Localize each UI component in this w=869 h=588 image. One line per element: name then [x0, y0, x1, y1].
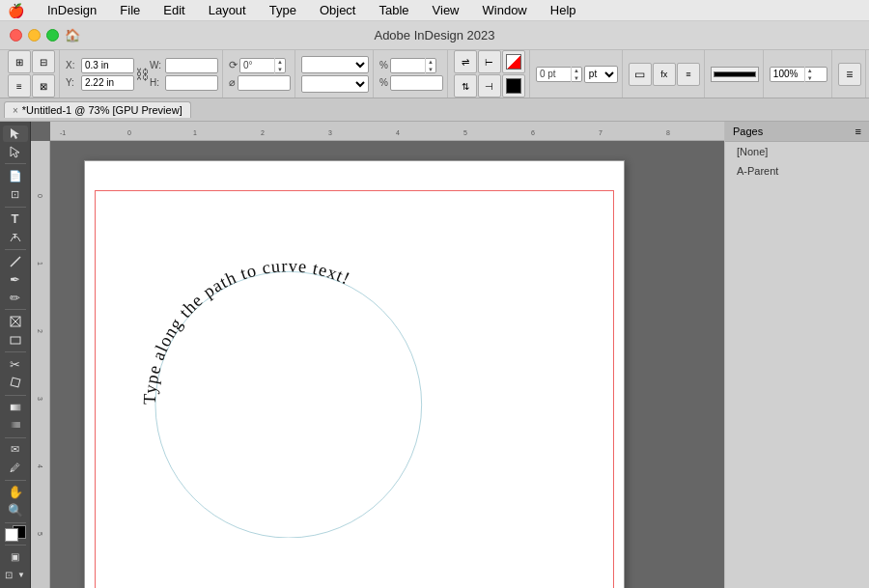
- transform-icon[interactable]: ⊞: [8, 50, 31, 73]
- color-swatch-input[interactable]: [711, 67, 759, 82]
- gradient-feather-tool[interactable]: [3, 417, 28, 434]
- style-dropdown[interactable]: [301, 56, 369, 73]
- close-button[interactable]: [10, 29, 22, 42]
- y-input[interactable]: [81, 75, 134, 91]
- rectangle-frame-tool[interactable]: [3, 314, 28, 330]
- eyedropper-tool[interactable]: 🖉: [3, 460, 28, 476]
- menu-layout[interactable]: Layout: [205, 2, 250, 18]
- flip-h-icon[interactable]: ⇌: [454, 50, 477, 73]
- align-icon[interactable]: ≡: [8, 74, 31, 98]
- misc-group: ▭ fx ≡: [625, 50, 705, 98]
- pencil-tool[interactable]: ✏: [3, 290, 28, 306]
- zoom-down[interactable]: ▼: [805, 74, 815, 82]
- stroke-up[interactable]: ▲: [572, 67, 581, 74]
- stroke-icon[interactable]: [502, 50, 525, 73]
- w-input[interactable]: [165, 58, 218, 73]
- pen-tool[interactable]: ✒: [3, 271, 28, 288]
- align-right-icon[interactable]: ⊣: [478, 74, 501, 98]
- align-left-icon[interactable]: ⊢: [478, 50, 501, 73]
- menu-edit[interactable]: Edit: [159, 2, 188, 18]
- frame-fitting-icon[interactable]: ▭: [629, 63, 652, 86]
- menu-object[interactable]: Object: [316, 2, 360, 18]
- flip-v-icon[interactable]: ⇅: [454, 74, 477, 98]
- tool-divider-5: [5, 351, 26, 352]
- pages-panel-menu-icon[interactable]: ≡: [855, 126, 861, 137]
- rotate-value: 0°: [240, 60, 274, 70]
- dist-icon[interactable]: ⊠: [32, 74, 55, 98]
- stroke-color-icon[interactable]: [502, 74, 525, 98]
- selection-tool[interactable]: [3, 126, 28, 142]
- tool-divider-1: [5, 163, 26, 164]
- menu-file[interactable]: File: [116, 2, 144, 18]
- style-dropdown2[interactable]: [301, 75, 369, 93]
- misc-icon[interactable]: ≡: [677, 63, 700, 86]
- scale-y-input[interactable]: [390, 75, 443, 91]
- rotate-up[interactable]: ▲: [275, 58, 285, 66]
- line-tool[interactable]: [3, 253, 28, 269]
- sx-down[interactable]: ▼: [426, 66, 435, 73]
- menu-view[interactable]: View: [429, 2, 463, 18]
- ruler-mark: 8: [666, 129, 670, 136]
- stroke-unit-dropdown[interactable]: pt: [584, 66, 618, 83]
- home-button[interactable]: 🏠: [65, 28, 80, 43]
- sx-up[interactable]: ▲: [426, 58, 435, 66]
- gap-tool[interactable]: ⊡: [3, 186, 28, 203]
- fx-icon[interactable]: fx: [653, 63, 676, 86]
- tool-divider-7: [5, 437, 26, 438]
- position-group: X: Y: ⛓ W: H:: [62, 50, 223, 98]
- canvas-area[interactable]: -1 0 1 2 3 4 5 6 7 8 9 0 1 2 3 4 5: [31, 122, 724, 588]
- ruler-left: 0 1 2 3 4 5 6: [31, 141, 50, 588]
- pages-parent-item[interactable]: A-Parent: [725, 161, 869, 181]
- zoom-up[interactable]: ▲: [805, 67, 815, 74]
- tool-divider-6: [5, 395, 26, 396]
- preview-mode-button[interactable]: ▣: [3, 548, 28, 565]
- screen-mode-button[interactable]: ⊡: [3, 567, 15, 584]
- h-input[interactable]: [165, 75, 218, 91]
- transform-icon2[interactable]: ⊟: [32, 50, 55, 73]
- type-path-tool[interactable]: T: [3, 229, 28, 245]
- toolbar: ⊞ ⊟ ≡ ⊠ X: Y: ⛓ W:: [0, 50, 869, 98]
- screen-mode-widget: ⊡ ▼: [3, 567, 28, 584]
- maximize-button[interactable]: [46, 29, 59, 42]
- minimize-button[interactable]: [28, 29, 41, 42]
- pages-none-item[interactable]: [None]: [725, 142, 869, 161]
- scale-x-label: %: [379, 60, 388, 70]
- zoom-tool[interactable]: 🔍: [3, 502, 28, 518]
- free-transform-tool[interactable]: [3, 375, 28, 391]
- tab-close-icon[interactable]: ×: [13, 105, 18, 116]
- svg-text:T: T: [13, 232, 17, 240]
- chain-link-icon: ⛓: [136, 63, 148, 86]
- gradient-swatch-tool[interactable]: [3, 399, 28, 415]
- type-tool[interactable]: T: [3, 210, 28, 227]
- view-options-icon[interactable]: ≡: [838, 63, 861, 86]
- direct-selection-tool[interactable]: [3, 144, 28, 160]
- note-tool[interactable]: ✉: [3, 441, 28, 458]
- menu-indesign[interactable]: InDesign: [43, 2, 100, 18]
- mode-arrow[interactable]: ▼: [15, 567, 28, 584]
- left-toolbar: 📄 ⊡ T T ✒ ✏ ✂: [0, 122, 31, 588]
- rotate-down[interactable]: ▼: [275, 66, 285, 73]
- page-tool[interactable]: 📄: [3, 168, 28, 184]
- menu-help[interactable]: Help: [547, 2, 580, 18]
- shear-input[interactable]: [238, 75, 291, 91]
- tool-divider-3: [5, 249, 26, 250]
- scissors-tool[interactable]: ✂: [3, 356, 28, 373]
- zoom-value: 100%: [771, 69, 804, 79]
- menu-type[interactable]: Type: [266, 2, 300, 18]
- hand-tool[interactable]: ✋: [3, 484, 28, 500]
- stroke-down[interactable]: ▼: [572, 74, 581, 82]
- fill-stroke-widget[interactable]: [3, 526, 28, 540]
- ruler-mark: 6: [531, 129, 535, 136]
- rotate-icon: ⟳: [229, 59, 238, 71]
- ruler-left-mark: 1: [37, 262, 43, 266]
- menu-table[interactable]: Table: [375, 2, 412, 18]
- view-options-group: ≡: [834, 50, 866, 98]
- ruler-left-mark: 2: [37, 329, 43, 333]
- svg-text:Type along the path to curve t: Type along the path to curve text!: [140, 256, 353, 405]
- document-tab[interactable]: × *Untitled-1 @ 73% [GPU Preview]: [4, 101, 191, 118]
- x-label: X:: [66, 60, 79, 70]
- rectangle-tool[interactable]: [3, 332, 28, 349]
- x-input[interactable]: [81, 58, 134, 73]
- menu-window[interactable]: Window: [479, 2, 531, 18]
- ruler-mark: 5: [463, 129, 467, 136]
